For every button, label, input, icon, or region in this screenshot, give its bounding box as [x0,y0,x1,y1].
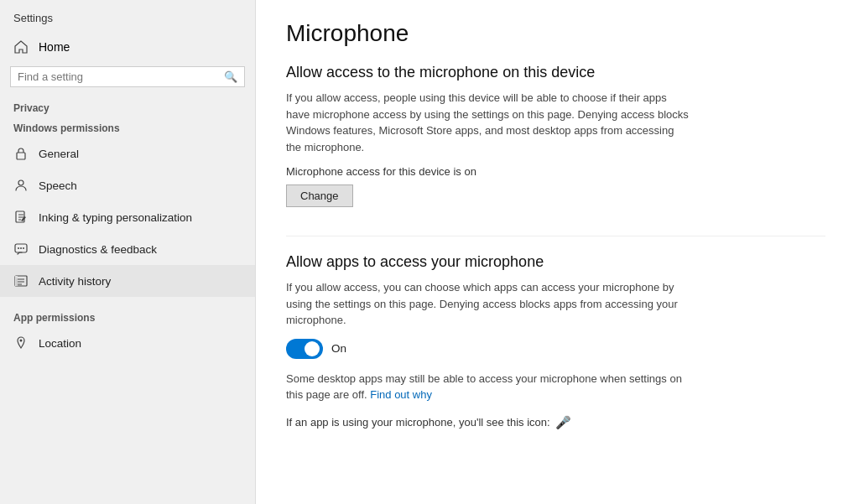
search-input[interactable] [18,70,219,83]
change-button[interactable]: Change [286,184,353,207]
pin-icon [13,335,29,351]
app-title: Settings [0,0,255,31]
icon-note-row: If an app is using your microphone, you'… [286,415,825,430]
find-out-why-link[interactable]: Find out why [370,388,432,401]
svg-point-6 [23,247,24,249]
home-icon [13,39,29,55]
person-icon [13,178,29,193]
privacy-section-label: Privacy [0,94,255,117]
section2-description: If you allow access, you can choose whic… [286,279,689,329]
svg-point-1 [18,180,23,185]
sidebar-item-diagnostics-label: Diagnostics & feedback [39,243,157,256]
sidebar-item-inking[interactable]: Inking & typing personalization [0,201,255,233]
app-permissions-label: App permissions [0,304,255,327]
sidebar-item-diagnostics[interactable]: Diagnostics & feedback [0,233,255,265]
note-text: Some desktop apps may still be able to a… [286,371,689,403]
main-content: Microphone Allow access to the microphon… [256,0,859,504]
sidebar-item-activity[interactable]: Activity history [0,265,255,297]
section1-title: Allow access to the microphone on this d… [286,64,825,81]
apps-microphone-toggle[interactable] [286,339,323,359]
toggle-label: On [331,342,346,355]
icon-note-text: If an app is using your microphone, you'… [286,416,550,429]
sidebar: Settings Home 🔍 Privacy Windows permissi… [0,0,256,504]
toggle-thumb [305,341,320,356]
windows-permissions-label: Windows permissions [0,117,255,138]
section1-description: If you allow access, people using this d… [286,90,689,155]
sidebar-item-location-label: Location [39,337,81,350]
apps-toggle-row: On [286,339,825,359]
sidebar-item-location[interactable]: Location [0,327,255,359]
home-label: Home [39,40,70,54]
lock-icon [13,146,29,161]
search-icon: 🔍 [224,70,237,83]
svg-rect-8 [15,276,18,286]
toggle-track [286,339,323,359]
sidebar-item-general-label: General [39,148,79,160]
page-title: Microphone [286,20,825,47]
sidebar-item-activity-label: Activity history [39,275,111,288]
search-box[interactable]: 🔍 [10,66,245,87]
svg-point-10 [20,340,23,342]
device-status: Microphone access for this device is on [286,165,825,178]
svg-point-5 [20,247,22,249]
sidebar-item-general[interactable]: General [0,138,255,169]
svg-point-4 [18,247,19,249]
divider [286,236,825,236]
svg-rect-0 [17,153,25,159]
list-icon [13,273,29,288]
sidebar-item-inking-label: Inking & typing personalization [39,211,192,224]
comment-icon [13,242,29,257]
sidebar-item-speech[interactable]: Speech [0,169,255,201]
sidebar-item-home[interactable]: Home [0,31,255,63]
sidebar-item-speech-label: Speech [39,179,77,192]
section2-title: Allow apps to access your microphone [286,253,825,271]
note-icon [13,210,29,225]
microphone-icon: 🎤 [555,415,571,430]
